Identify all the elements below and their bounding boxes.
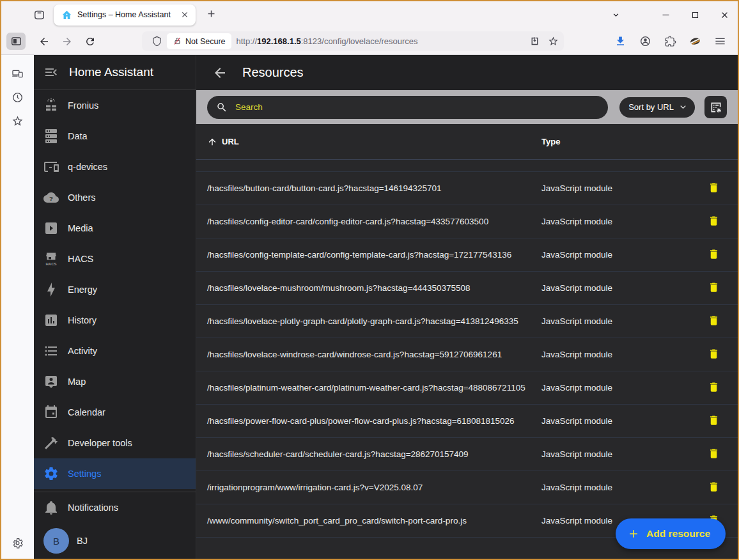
window-maximize-button[interactable] bbox=[685, 6, 704, 23]
sidebar-collapse-icon[interactable] bbox=[43, 65, 59, 80]
sidebar-item-energy[interactable]: Energy bbox=[34, 274, 196, 305]
table-row[interactable]: /hacsfiles/scheduler-card/scheduler-card… bbox=[196, 438, 738, 471]
search-box[interactable] bbox=[207, 96, 608, 119]
privacy-badger-extension-icon[interactable] bbox=[689, 35, 701, 47]
bookmarks-button[interactable] bbox=[8, 111, 28, 130]
save-page-icon[interactable] bbox=[529, 36, 540, 47]
lightning-icon bbox=[43, 282, 59, 297]
sidebar-profile[interactable]: B BJ bbox=[34, 523, 196, 559]
delete-icon bbox=[708, 381, 720, 393]
sort-by-button[interactable]: Sort by URL bbox=[619, 97, 695, 118]
sidebar-item-hacs[interactable]: HACS HACS bbox=[34, 244, 196, 274]
arrow-left-icon bbox=[212, 65, 228, 81]
firefox-view-button[interactable] bbox=[29, 6, 49, 24]
browser-window: Settings – Home Assistant Not Secure htt… bbox=[0, 0, 739, 560]
delete-resource-button[interactable] bbox=[708, 414, 720, 428]
firefox-sidebar bbox=[1, 55, 34, 559]
sidebar-item-activity[interactable]: Activity bbox=[34, 336, 196, 366]
sidebar-item-data[interactable]: Data bbox=[34, 121, 196, 152]
history-button[interactable] bbox=[8, 88, 28, 107]
clock-icon bbox=[12, 91, 24, 104]
new-tab-button[interactable] bbox=[202, 6, 219, 23]
app-menu-button[interactable] bbox=[714, 35, 726, 47]
sidebar-item-fronius[interactable]: Fronius bbox=[34, 90, 196, 121]
window-minimize-button[interactable] bbox=[656, 6, 675, 23]
search-input[interactable] bbox=[234, 102, 602, 113]
resource-type: JavaScript module bbox=[541, 217, 708, 226]
play-box-icon bbox=[43, 221, 59, 236]
synced-tabs-button[interactable] bbox=[8, 64, 28, 83]
column-header-type[interactable]: Type bbox=[541, 137, 708, 146]
delete-resource-button[interactable] bbox=[708, 447, 720, 462]
delete-resource-button[interactable] bbox=[708, 248, 720, 262]
gear-icon bbox=[43, 466, 59, 481]
sidebar-toggle-button[interactable] bbox=[6, 33, 26, 50]
security-chip[interactable]: Not Secure bbox=[167, 33, 231, 49]
table-row[interactable]: /hacsfiles/button-card/button-card.js?ha… bbox=[196, 172, 738, 205]
svg-text:HACS: HACS bbox=[45, 262, 56, 266]
reload-button[interactable] bbox=[81, 33, 100, 51]
back-arrow-button[interactable] bbox=[212, 65, 228, 81]
table-row[interactable]: /hacsfiles/config-editor-card/config-edi… bbox=[196, 205, 738, 238]
back-button[interactable] bbox=[35, 33, 54, 51]
delete-resource-button[interactable] bbox=[708, 315, 720, 329]
arrow-left-icon bbox=[38, 36, 50, 47]
table-row[interactable]: /hacsfiles/lovelace-windrose-card/windro… bbox=[196, 338, 738, 371]
tab-list-button[interactable] bbox=[606, 6, 625, 23]
table-row-partial bbox=[196, 160, 738, 172]
table-row[interactable]: /hacsfiles/config-template-card/config-t… bbox=[196, 238, 738, 272]
bookmark-star-icon[interactable] bbox=[548, 36, 559, 47]
table-header: URL Type bbox=[196, 124, 738, 160]
delete-resource-button[interactable] bbox=[708, 182, 720, 196]
sidebar-item-calendar[interactable]: Calendar bbox=[34, 397, 196, 428]
url-bar[interactable]: Not Secure http://192.168.1.5:8123/confi… bbox=[142, 31, 564, 51]
delete-resource-button[interactable] bbox=[708, 215, 720, 229]
delete-resource-button[interactable] bbox=[708, 481, 720, 495]
plus-icon bbox=[206, 8, 217, 19]
delete-icon bbox=[708, 215, 720, 227]
delete-resource-button[interactable] bbox=[708, 381, 720, 395]
sidebar-item-notifications[interactable]: Notifications bbox=[34, 492, 196, 523]
delete-resource-button[interactable] bbox=[708, 281, 720, 295]
table-row[interactable]: /hacsfiles/lovelace-plotly-graph-card/pl… bbox=[196, 305, 738, 338]
delete-icon bbox=[708, 182, 720, 194]
account-button[interactable] bbox=[639, 35, 651, 47]
table-row[interactable]: /hacsfiles/lovelace-mushroom/mushroom.js… bbox=[196, 272, 738, 305]
tracking-protection-shield-icon[interactable] bbox=[152, 36, 162, 47]
tab-strip: Settings – Home Assistant bbox=[1, 1, 738, 28]
sidebar-item-media[interactable]: Media bbox=[34, 213, 196, 244]
window-close-button[interactable] bbox=[715, 6, 734, 23]
sidebar-item-map[interactable]: Map bbox=[34, 366, 196, 397]
table-row[interactable]: /irrigationprogram/www/irrigation-card.j… bbox=[196, 471, 738, 504]
sidebar-toggle-icon bbox=[10, 35, 22, 47]
resource-type: JavaScript module bbox=[541, 283, 708, 293]
resource-url: /hacsfiles/config-editor-card/config-edi… bbox=[196, 217, 541, 226]
sidebar-item-settings[interactable]: Settings bbox=[34, 458, 196, 489]
customize-columns-button[interactable] bbox=[704, 96, 727, 118]
sidebar-item-others[interactable]: ? Others bbox=[34, 182, 196, 213]
minimize-icon bbox=[661, 10, 671, 20]
add-resource-button[interactable]: Add resource bbox=[616, 518, 726, 549]
resources-table: /hacsfiles/button-card/button-card.js?ha… bbox=[196, 172, 738, 538]
tab-close-button[interactable] bbox=[179, 9, 191, 20]
extensions-button[interactable] bbox=[664, 35, 676, 47]
downloads-button[interactable] bbox=[614, 35, 626, 47]
table-row[interactable]: /hacsfiles/power-flow-card-plus/power-fl… bbox=[196, 405, 738, 438]
sidebar-menu: Fronius Data q-devices ? Others Media HA… bbox=[34, 90, 196, 489]
sidebar-settings-button[interactable] bbox=[8, 533, 28, 552]
sidebar-item-developer-tools[interactable]: Developer tools bbox=[34, 428, 196, 458]
page-title: Resources bbox=[242, 65, 304, 80]
browser-tab[interactable]: Settings – Home Assistant bbox=[54, 4, 196, 26]
column-header-url[interactable]: URL bbox=[222, 137, 239, 146]
firefox-view-icon bbox=[33, 9, 45, 21]
forward-button[interactable] bbox=[58, 33, 77, 51]
security-label: Not Secure bbox=[185, 37, 226, 46]
search-toolbar: Sort by URL bbox=[196, 90, 738, 124]
sidebar-item-q-devices[interactable]: q-devices bbox=[34, 152, 196, 182]
resource-url: /hacsfiles/platinum-weather-card/platinu… bbox=[196, 383, 541, 393]
delete-resource-button[interactable] bbox=[708, 348, 720, 362]
reload-icon bbox=[84, 36, 96, 47]
resources-panel: Resources Sort by URL URL Type bbox=[196, 55, 738, 559]
sidebar-item-history[interactable]: History bbox=[34, 305, 196, 336]
table-row[interactable]: /hacsfiles/platinum-weather-card/platinu… bbox=[196, 371, 738, 405]
